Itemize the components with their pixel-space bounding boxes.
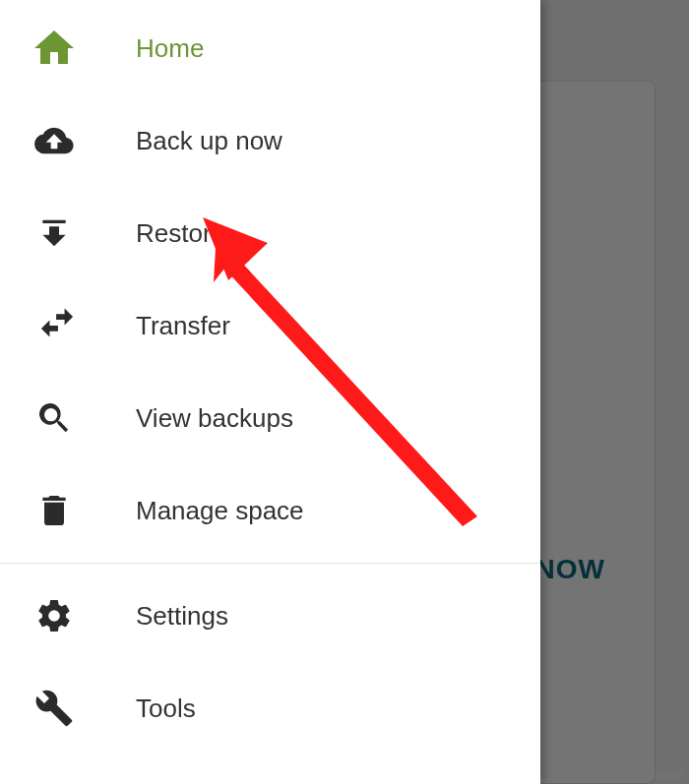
sidebar-item-label: View backups: [136, 403, 293, 434]
sidebar-item-label: Home: [136, 33, 204, 64]
sidebar-item-manage-space[interactable]: Manage space: [0, 464, 540, 557]
sidebar-item-backup-now[interactable]: Back up now: [0, 94, 540, 187]
wrench-icon: [30, 684, 79, 733]
sidebar-item-label: Transfer: [136, 311, 230, 341]
transfer-icon: [30, 301, 79, 350]
cloud-upload-icon: [30, 116, 79, 165]
drawer-menu: Home Back up now Restore Transfer View b: [0, 0, 540, 754]
download-icon: [30, 209, 79, 258]
sidebar-item-settings[interactable]: Settings: [0, 570, 540, 662]
trash-icon: [30, 486, 79, 535]
sidebar-item-home[interactable]: Home: [0, 2, 540, 94]
sidebar-item-tools[interactable]: Tools: [0, 662, 540, 754]
sidebar-item-label: Tools: [136, 694, 196, 724]
watermark-text: wsxdn.com: [624, 767, 683, 781]
sidebar-item-label: Manage space: [136, 496, 304, 526]
sidebar-item-transfer[interactable]: Transfer: [0, 279, 540, 372]
navigation-drawer: Home Back up now Restore Transfer View b: [0, 0, 540, 784]
sidebar-item-label: Restore: [136, 218, 225, 249]
sidebar-item-label: Back up now: [136, 126, 282, 156]
sidebar-item-restore[interactable]: Restore: [0, 187, 540, 279]
sidebar-item-label: Settings: [136, 601, 228, 632]
gear-icon: [30, 591, 79, 640]
menu-divider: [0, 563, 540, 564]
sidebar-item-view-backups[interactable]: View backups: [0, 372, 540, 464]
search-icon: [30, 393, 79, 443]
home-icon: [30, 24, 79, 73]
